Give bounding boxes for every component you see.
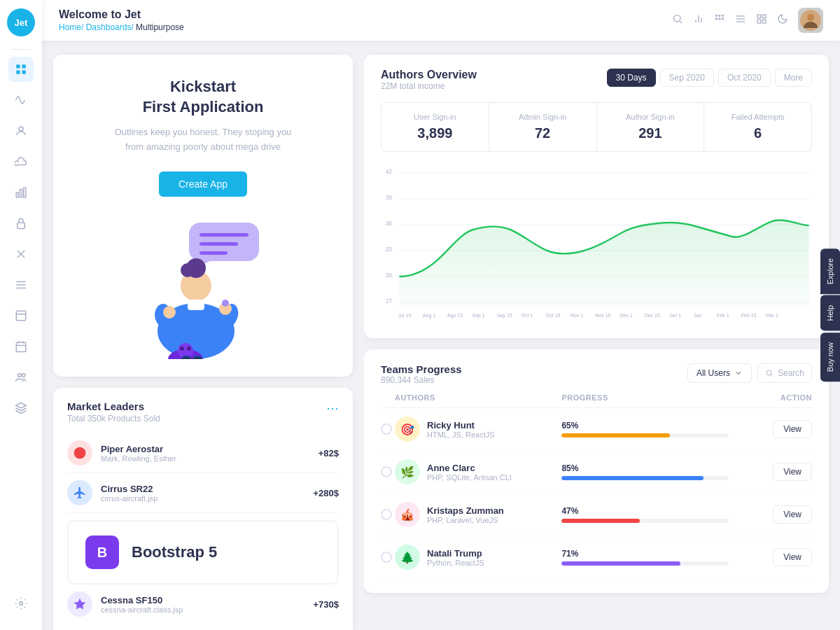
sidebar-item-box[interactable] <box>8 303 34 328</box>
svg-text:Oct 15: Oct 15 <box>546 312 561 319</box>
row-checkbox-kristaps[interactable] <box>381 509 395 520</box>
market-title-group: Market Leaders Total 350k Products Sold <box>67 400 160 424</box>
teams-controls: All Users Search <box>687 363 812 383</box>
bootstrap-icon: B <box>85 536 119 569</box>
teams-search[interactable]: Search <box>757 363 812 383</box>
svg-text:33: 33 <box>386 246 392 253</box>
stats-row: User Sign-in 3,899 Admin Sign-in 72 Auth… <box>381 102 812 152</box>
svg-text:Dec 15: Dec 15 <box>645 312 660 319</box>
teams-row: 🌿 Anne Clarc PHP, SQLite, Artisan CLI 85… <box>381 451 812 493</box>
sidebar-divider-1 <box>10 49 31 50</box>
menu-icon[interactable] <box>735 13 746 27</box>
svg-point-21 <box>22 374 26 377</box>
svg-text:Nov 15: Nov 15 <box>595 312 610 319</box>
teams-row: 🌲 Natali Trump Python, ReactJS 71% View <box>381 536 812 579</box>
tab-oct2020[interactable]: Oct 2020 <box>718 69 771 87</box>
teams-title-group: Teams Progress 890,344 Sales <box>381 363 462 385</box>
col-authors: AUTHORS <box>395 393 561 402</box>
row-checkbox-natali[interactable] <box>381 552 395 563</box>
svg-rect-7 <box>24 188 26 197</box>
view-button-kristaps[interactable]: View <box>773 505 812 524</box>
market-info-cessna: Cessna SF150 cessna-aircraft.class.jsp <box>101 595 183 614</box>
market-header: Market Leaders Total 350k Products Sold … <box>67 400 339 424</box>
market-subtitle: Total 350k Products Sold <box>67 414 160 424</box>
search-icon[interactable] <box>672 13 683 27</box>
svg-point-32 <box>715 18 717 20</box>
col-progress: PROGRESS <box>561 393 728 402</box>
layout-icon[interactable] <box>756 13 767 27</box>
progress-bar-kristaps <box>561 519 728 523</box>
sidebar-item-user[interactable] <box>8 118 34 144</box>
svg-line-94 <box>771 374 772 376</box>
sidebar-item-grid[interactable] <box>8 57 34 82</box>
sidebar-item-chart[interactable] <box>8 180 34 205</box>
action-natali: View <box>729 548 812 566</box>
svg-rect-3 <box>22 71 26 74</box>
market-info-cirrus: Cirrus SR22 cirrus-aircraft.jsp <box>101 484 158 503</box>
market-item-cessna: Cessna SF150 cessna-aircraft.class.jsp +… <box>67 584 339 624</box>
author-anne: 🌿 Anne Clarc PHP, SQLite, Artisan CLI <box>395 459 561 484</box>
svg-text:Agu 15: Agu 15 <box>447 312 463 319</box>
sidebar-item-users[interactable] <box>8 365 34 390</box>
sidebar-item-lock[interactable] <box>8 211 34 236</box>
svg-rect-38 <box>757 15 761 18</box>
tab-30days[interactable]: 30 Days <box>607 69 656 87</box>
authors-card-header: Authors Overview 22M total income 30 Day… <box>381 69 812 91</box>
sidebar-item-calendar[interactable] <box>8 334 34 359</box>
view-button-anne[interactable]: View <box>773 463 812 481</box>
header: Welcome to Jet Home/ Dashboards/ Multipu… <box>42 0 840 41</box>
help-tab[interactable]: Help <box>820 295 840 331</box>
buy-now-tab[interactable]: Buy now <box>820 332 840 382</box>
sidebar-item-wave[interactable] <box>8 88 34 113</box>
svg-rect-6 <box>20 190 22 197</box>
svg-text:Sep 1: Sep 1 <box>472 312 484 319</box>
side-tabs: Explore Help Buy now <box>820 248 840 382</box>
kickstart-title: KickstartFirst Application <box>143 77 264 117</box>
authors-title-group: Authors Overview 22M total income <box>381 69 477 91</box>
svg-rect-14 <box>16 311 26 321</box>
logo[interactable]: Jet <box>7 8 35 36</box>
moon-icon[interactable] <box>777 13 788 27</box>
tab-more[interactable]: More <box>775 69 812 87</box>
svg-rect-41 <box>762 20 766 23</box>
progress-anne: 85% <box>561 463 728 480</box>
teams-row: 🎪 Kristaps Zumman PHP, Laravel, VueJS 47… <box>381 493 812 536</box>
svg-text:Jan: Jan <box>694 312 701 319</box>
row-checkbox-anne[interactable] <box>381 466 395 477</box>
illustration <box>133 219 273 345</box>
svg-text:Feb 1: Feb 1 <box>717 312 729 319</box>
sidebar-item-layers[interactable] <box>8 396 34 421</box>
all-users-dropdown[interactable]: All Users <box>687 363 752 383</box>
create-app-button[interactable]: Create App <box>159 172 247 197</box>
grid-icon[interactable] <box>714 13 725 27</box>
left-panel: KickstartFirst Application Outlines keep… <box>42 41 364 630</box>
svg-point-31 <box>722 15 724 16</box>
row-checkbox-ricky[interactable] <box>381 424 395 435</box>
svg-text:Aug 1: Aug 1 <box>423 312 435 319</box>
market-logo-piper <box>67 440 92 465</box>
market-item: Cirrus SR22 cirrus-aircraft.jsp +280$ <box>67 473 339 513</box>
view-button-ricky[interactable]: View <box>773 420 812 438</box>
svg-text:Sep 15: Sep 15 <box>496 312 512 319</box>
view-button-natali[interactable]: View <box>773 548 812 566</box>
sidebar-item-cloud[interactable] <box>8 149 34 174</box>
analytics-icon[interactable] <box>693 13 704 27</box>
tab-buttons: 30 Days Sep 2020 Oct 2020 More <box>607 69 812 87</box>
avatar[interactable] <box>798 8 823 33</box>
author-info-natali: Natali Trump Python, ReactJS <box>427 548 484 567</box>
market-more-button[interactable]: ⋯ <box>326 400 339 416</box>
svg-text:27: 27 <box>386 298 392 305</box>
svg-point-55 <box>222 300 229 307</box>
progress-bar-natali <box>561 561 728 566</box>
explore-tab[interactable]: Explore <box>820 248 840 294</box>
sidebar-item-settings[interactable] <box>8 591 34 616</box>
avatar-anne: 🌿 <box>395 459 420 484</box>
market-logo-cessna <box>67 592 92 617</box>
sidebar-item-list[interactable] <box>8 272 34 298</box>
svg-point-24 <box>674 15 680 22</box>
col-action: ACTION <box>729 393 812 402</box>
svg-text:39: 39 <box>386 194 392 202</box>
sidebar-item-x[interactable] <box>8 241 34 267</box>
svg-text:Mar 1: Mar 1 <box>766 312 778 319</box>
tab-sep2020[interactable]: Sep 2020 <box>660 69 714 87</box>
